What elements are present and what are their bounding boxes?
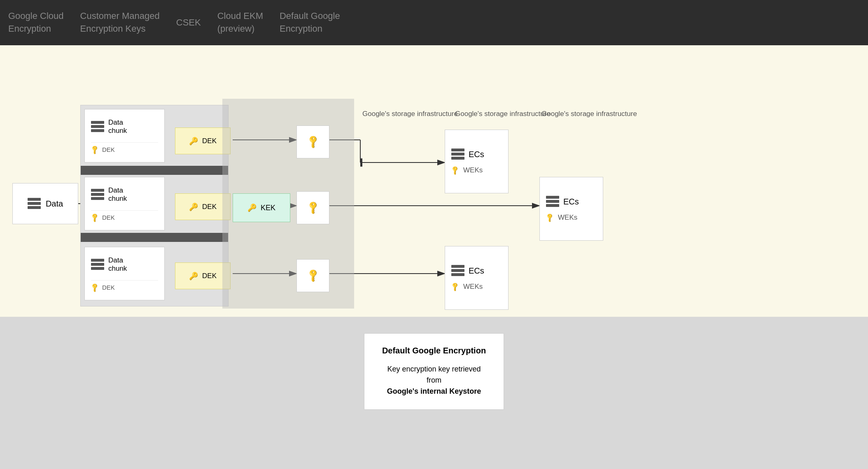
kek-box: 🔑 KEK xyxy=(233,193,290,222)
bottom-area: Default Google Encryption Key encryption… xyxy=(0,317,868,469)
key-icon-chunk2: 🔑 xyxy=(89,212,100,223)
storage-box-2: ECs 🔑 WEKs xyxy=(539,177,603,241)
chunk3-dek: DEK xyxy=(102,284,115,291)
tab-text-4: Cloud EKM(preview) xyxy=(217,10,263,35)
key-icon-dek2: 🔑 xyxy=(189,202,198,211)
server-icon-chunk3 xyxy=(91,259,104,270)
key-icon-wek2: 🔑 xyxy=(544,212,555,223)
infra-label-3: Google's storage infrastructure xyxy=(541,109,637,119)
dek1-label: DEK xyxy=(202,137,217,145)
kek-label: KEK xyxy=(261,204,275,212)
server-icon xyxy=(28,198,41,209)
server-icon-chunk1 xyxy=(91,121,104,132)
ec3-label: ECs xyxy=(469,266,484,276)
top-bar: Google CloudEncryption Customer ManagedE… xyxy=(0,0,868,45)
tab-text-5: Default GoogleEncryption xyxy=(280,10,340,35)
key-icon-box2: 🔑 xyxy=(305,200,320,215)
server-icon-chunk2 xyxy=(91,189,104,200)
chunk-3-box: Datachunk 🔑 DEK xyxy=(84,247,165,300)
key-icon-box1: 🔑 xyxy=(305,134,320,149)
key-icon-box3: 🔑 xyxy=(305,268,320,283)
chunk-2-box: Datachunk 🔑 DEK xyxy=(84,177,165,230)
key-box-2: 🔑 xyxy=(296,191,329,224)
legend-keystore-text: Google's internal Keystore xyxy=(387,387,481,395)
ec1-label: ECs xyxy=(469,150,484,159)
key-box-1: 🔑 xyxy=(296,125,329,158)
chunk1-title: Datachunk xyxy=(108,118,127,135)
key-box-3: 🔑 xyxy=(296,259,329,292)
chunk2-title: Datachunk xyxy=(108,186,127,203)
legend-description: Key encryption key retrieved fromGoogle'… xyxy=(381,364,487,397)
data-label: Data xyxy=(46,199,63,209)
chunk-1-box: Datachunk 🔑 DEK xyxy=(84,109,165,163)
key-icon-chunk3: 🔑 xyxy=(89,282,100,293)
infra-label-2: Google's storage infrastructure xyxy=(455,109,551,119)
key-icon-wek3: 🔑 xyxy=(450,281,460,292)
key-icon-chunk1: 🔑 xyxy=(89,144,100,155)
chunk-divider-1 xyxy=(81,166,228,175)
diagram-wrapper: Data Datachunk 🔑 DEK xyxy=(0,45,868,317)
storage-box-1: ECs 🔑 WEKs xyxy=(445,130,509,193)
legend-title: Default Google Encryption xyxy=(381,346,487,355)
dek3-label: DEK xyxy=(202,272,217,280)
wek2-label: WEKs xyxy=(558,214,577,222)
dek2-label: DEK xyxy=(202,203,217,211)
tab-text-2: Customer ManagedEncryption Keys xyxy=(80,10,160,35)
server-icon-ec1 xyxy=(451,149,464,160)
ec2-label: ECs xyxy=(563,197,579,207)
chunk1-dek: DEK xyxy=(102,146,115,153)
server-icon-ec2 xyxy=(546,196,559,207)
key-icon-dek1: 🔑 xyxy=(189,137,198,146)
data-box: Data xyxy=(12,183,78,224)
wek3-label: WEKs xyxy=(463,283,483,291)
server-icon-ec3 xyxy=(451,265,464,276)
key-icon-dek3: 🔑 xyxy=(189,272,198,281)
legend-box: Default Google Encryption Key encryption… xyxy=(364,333,504,410)
infra-label-1: Google's storage infrastructure xyxy=(362,109,458,119)
chunk-divider-2 xyxy=(81,233,228,242)
chunk2-dek: DEK xyxy=(102,214,115,221)
tab-text-1: Google CloudEncryption xyxy=(8,10,64,35)
tab-text-3: CSEK xyxy=(176,16,201,29)
key-icon-wek1: 🔑 xyxy=(450,165,460,176)
wek1-label: WEKs xyxy=(463,166,483,174)
chunk3-title: Datachunk xyxy=(108,256,127,273)
key-icon-kek: 🔑 xyxy=(247,203,257,212)
storage-box-3: ECs 🔑 WEKs xyxy=(445,246,509,310)
main-diagram-area: Data Datachunk 🔑 DEK xyxy=(0,45,868,317)
